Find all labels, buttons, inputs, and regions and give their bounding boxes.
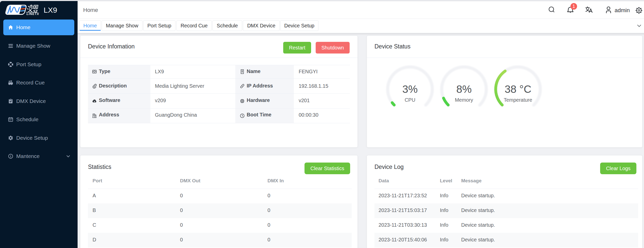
svg-text:LINETX: LINETX [27, 12, 39, 16]
svg-text:LX9: LX9 [44, 6, 57, 14]
